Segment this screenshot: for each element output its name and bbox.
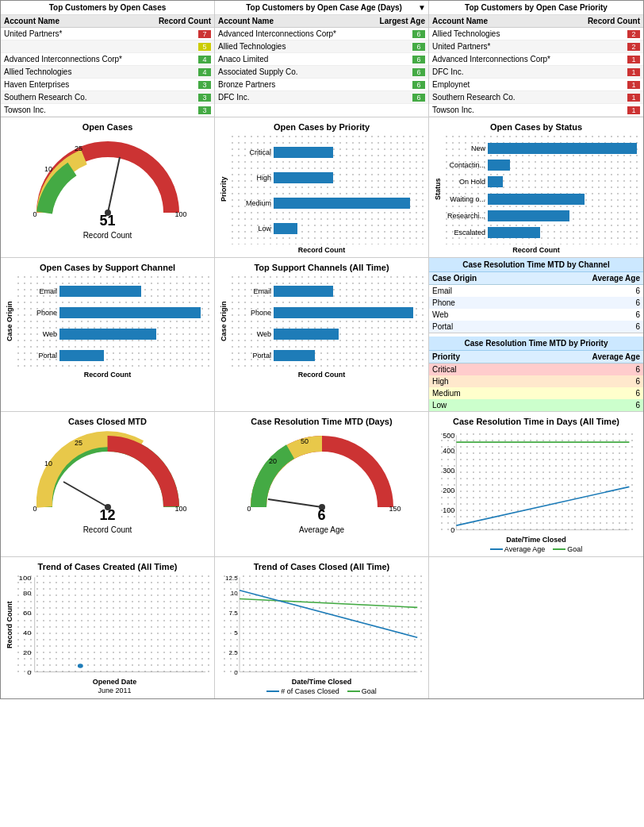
- bar-row: Contactin...: [447, 160, 637, 171]
- top-customers-open-age-title: Top Customers by Open Case Age (Days): [230, 3, 418, 12]
- priority-x-axis-label: Record Count: [218, 246, 425, 254]
- table-row: Employnet 1: [429, 79, 643, 91]
- svg-text:10: 10: [231, 590, 239, 597]
- open-cases-priority-panel: Open Cases by Priority Priority Critical…: [215, 117, 429, 257]
- svg-line-16: [268, 499, 322, 507]
- bar-track: [274, 172, 422, 183]
- svg-text:20: 20: [23, 649, 32, 656]
- bar-fill: [488, 143, 637, 154]
- count-cell: 1: [574, 66, 643, 79]
- table-row: 5: [1, 40, 214, 53]
- table-row: DFC Inc. 6: [215, 91, 428, 104]
- bar-fill: [274, 147, 333, 158]
- avg-age-cell: 6: [533, 309, 643, 321]
- origin-cell: Phone: [429, 297, 533, 309]
- count-cell: 4: [146, 53, 214, 66]
- priority-cell: High: [429, 375, 512, 387]
- open-cases-gauge-title: Open Cases: [4, 121, 211, 133]
- bar-fill: [274, 286, 333, 297]
- bar-fill: [274, 223, 297, 234]
- bar-fill: [59, 329, 156, 340]
- bar-track: [274, 286, 422, 297]
- bar-row: Waiting o...: [447, 194, 637, 205]
- priority-cell: Critical: [429, 363, 512, 376]
- bar-track: [274, 329, 422, 340]
- account-name-cell: DFC Inc.: [429, 66, 574, 79]
- legend-goal-closed: Goal: [347, 687, 377, 695]
- svg-text:80: 80: [23, 590, 32, 597]
- svg-text:100: 100: [443, 506, 454, 514]
- avg-age-cell: 6: [512, 387, 643, 399]
- open-cases-channel-title: Open Cases by Support Channel: [4, 261, 211, 274]
- open-cases-gauge: 0 10 25 100 51 Record Count: [4, 133, 211, 240]
- table-row: Allied Technologies 2: [429, 28, 643, 40]
- table-row: Allied Technologies 6: [215, 40, 428, 53]
- bar-fill: [274, 350, 315, 361]
- account-name-cell: Associated Supply Co.: [215, 66, 366, 79]
- col-largest-age: Largest Age: [366, 15, 428, 28]
- col-record-count-pri: Record Count: [574, 15, 643, 28]
- bar-label: Critical: [232, 148, 274, 156]
- count-cell: 3: [146, 79, 214, 91]
- account-name-cell: Employnet: [429, 79, 574, 91]
- case-resolution-mtd-label: Average Age: [218, 525, 425, 534]
- account-name-cell: United Partners*: [1, 28, 146, 40]
- account-name-cell: Allied Technologies: [215, 40, 366, 53]
- account-name-cell: Allied Technologies: [429, 28, 574, 40]
- table-row: Web 6: [429, 309, 643, 321]
- svg-text:0: 0: [33, 505, 36, 513]
- bar-fill: [488, 210, 569, 221]
- age-cell: 6: [366, 53, 428, 66]
- bar-track: [274, 223, 422, 234]
- svg-text:100: 100: [19, 575, 32, 582]
- svg-line-27: [456, 487, 629, 525]
- res-channel-col2: Average Age: [533, 272, 643, 285]
- bar-row: Researchi...: [447, 210, 637, 221]
- col-record-count: Record Count: [146, 15, 214, 28]
- table-row: DFC Inc. 1: [429, 66, 643, 79]
- age-cell: 6: [366, 79, 428, 91]
- svg-text:0: 0: [33, 210, 36, 218]
- svg-line-4: [108, 157, 120, 213]
- trend-created-x-label: Opened Date: [4, 678, 211, 686]
- cases-closed-mtd-label: Record Count: [4, 525, 211, 534]
- svg-text:150: 150: [389, 505, 401, 513]
- bar-label: Phone: [18, 309, 59, 317]
- bar-track: [488, 143, 637, 154]
- bar-label: Contactin...: [447, 161, 488, 169]
- top-customers-open-cases-title: Top Customers by Open Cases: [1, 1, 214, 15]
- bar-row: Phone: [232, 307, 422, 318]
- account-name-cell: Anaco Limited: [215, 53, 366, 66]
- account-name-cell: Advanced Interconnections Corp*: [1, 53, 146, 66]
- table-row: Advanced Interconnections Corp* 1: [429, 53, 643, 66]
- count-cell: 2: [574, 28, 643, 40]
- bar-row: Critical: [232, 147, 422, 158]
- bar-label: Portal: [232, 352, 274, 360]
- res-channel-col1: Case Origin: [429, 272, 533, 285]
- status-x-axis-label: Record Count: [432, 246, 640, 254]
- dropdown-icon[interactable]: ▼: [418, 3, 426, 12]
- account-name-cell: [1, 40, 146, 53]
- table-row: Towson Inc. 1: [429, 104, 643, 117]
- count-cell: 3: [146, 104, 214, 117]
- svg-text:10: 10: [44, 460, 52, 467]
- table-row: Portal 6: [429, 321, 643, 333]
- svg-point-38: [78, 664, 83, 667]
- bar-label: Web: [232, 330, 274, 338]
- table-row: Critical 6: [429, 363, 643, 376]
- table-row: Southern Research Co. 1: [429, 91, 643, 104]
- bar-fill: [488, 160, 510, 171]
- bar-row: Escalated: [447, 227, 637, 238]
- legend-cases-closed: # of Cases Closed: [266, 687, 339, 695]
- bar-label: Portal: [18, 352, 59, 360]
- col-account-name-pri: Account Name: [429, 15, 574, 28]
- account-name-cell: DFC Inc.: [215, 91, 366, 104]
- bar-track: [274, 307, 422, 318]
- case-resolution-alltime-panel: Case Resolution Time in Days (All Time) …: [429, 412, 643, 556]
- svg-text:40: 40: [23, 629, 32, 637]
- svg-text:100: 100: [174, 505, 186, 513]
- case-resolution-mtd-gauge: 0 20 50 150 6 Average Age: [218, 428, 425, 534]
- resolution-priority-panel: Case Resolution Time MTD by Priority Pri…: [429, 333, 643, 411]
- svg-text:7.5: 7.5: [229, 610, 239, 617]
- bar-label: Researchi...: [447, 212, 488, 220]
